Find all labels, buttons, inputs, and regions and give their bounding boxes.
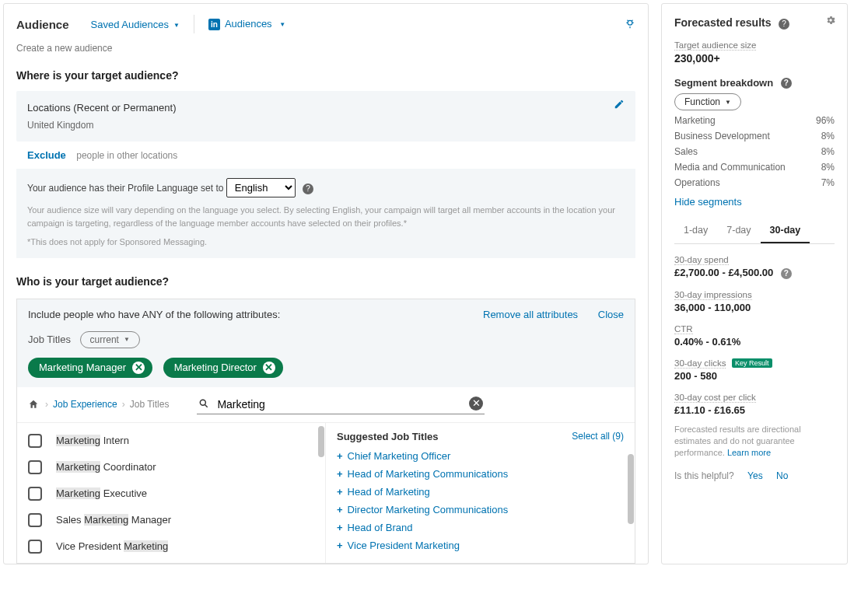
checkbox[interactable] [28, 434, 42, 448]
exclude-link[interactable]: Exclude [27, 149, 66, 161]
remove-all-link[interactable]: Remove all attributes [483, 309, 578, 320]
filter-label: Job Titles [28, 334, 71, 345]
forecast-title: Forecasted results [674, 16, 772, 29]
key-result-badge: Key Result [732, 358, 772, 368]
divider [194, 15, 194, 33]
list-item[interactable]: Sales Marketing Manager [17, 507, 325, 533]
help-icon[interactable]: ? [779, 19, 789, 30]
segment-heading: Segment breakdown [674, 77, 773, 89]
home-icon[interactable] [28, 398, 39, 411]
tab-1day[interactable]: 1-day [674, 218, 717, 243]
filter-mode-pill[interactable]: current▼ [80, 331, 140, 348]
suggestion-item[interactable]: +Head of Marketing [337, 483, 624, 501]
segment-row: Business Development8% [674, 131, 835, 142]
forecast-panel: Forecasted results ? Target audience siz… [661, 3, 848, 564]
where-heading: Where is your target audience? [4, 63, 648, 88]
forecast-tabs: 1-day 7-day 30-day [674, 218, 835, 244]
plus-icon: + [337, 468, 343, 480]
hide-segments-link[interactable]: Hide segments [674, 196, 835, 208]
language-select[interactable]: English [226, 178, 296, 197]
tag-marketing-director[interactable]: Marketing Director✕ [163, 358, 283, 378]
learn-more-link[interactable]: Learn more [727, 448, 771, 457]
scrollbar[interactable] [318, 426, 324, 457]
breadcrumb-job-experience[interactable]: Job Experience [53, 399, 117, 410]
header: Audience Saved Audiences inAudiences [4, 4, 648, 40]
svg-line-4 [628, 20, 628, 21]
linkedin-icon: in [208, 19, 220, 30]
include-text: Include people who have ANY of the follo… [28, 309, 280, 320]
list-item[interactable]: Marketing Executive [17, 480, 325, 507]
audience-size-label: Target audience size [674, 40, 756, 51]
results-list: Marketing Intern Marketing Coordinator M… [17, 423, 326, 563]
breadcrumb-job-titles: Job Titles [130, 399, 170, 410]
suggestion-item[interactable]: +Head of Brand [337, 519, 624, 536]
scrollbar[interactable] [628, 454, 634, 524]
segment-row: Sales8% [674, 146, 835, 157]
gear-icon[interactable] [825, 15, 836, 26]
cpc-label: 30-day cost per click [674, 393, 756, 403]
tab-30day[interactable]: 30-day [761, 218, 810, 243]
impressions-label: 30-day impressions [674, 290, 752, 300]
checkbox[interactable] [28, 460, 42, 474]
segment-select[interactable]: Function▼ [674, 93, 741, 110]
cpc-value: £11.10 - £16.65 [674, 404, 835, 416]
remove-tag-icon[interactable]: ✕ [132, 362, 145, 374]
lang-note2: *This does not apply for Sponsored Messa… [27, 236, 625, 249]
clear-search-icon[interactable]: ✕ [469, 397, 483, 411]
saved-audiences-dropdown[interactable]: Saved Audiences [91, 19, 180, 30]
suggestions-title: Suggested Job Titles [337, 431, 439, 442]
suggestion-item[interactable]: +Vice President Marketing [337, 536, 624, 554]
who-heading: Who is your target audience? [4, 269, 648, 294]
create-audience-link[interactable]: Create a new audience [4, 40, 648, 63]
spend-label: 30-day spend [674, 255, 729, 265]
suggestion-item[interactable]: +Director Marketing Communications [337, 501, 624, 519]
search-input[interactable] [197, 395, 485, 414]
search-icon [198, 398, 209, 410]
help-icon[interactable]: ? [781, 268, 792, 279]
suggestion-item[interactable]: +Chief Marketing Officer [337, 447, 624, 465]
segment-row: Marketing96% [674, 115, 835, 126]
exclude-line: Exclude people in other locations [4, 149, 648, 169]
locations-value: United Kingdom [27, 120, 625, 131]
help-icon[interactable]: ? [781, 78, 792, 89]
plus-icon: + [337, 450, 343, 462]
audience-size: 230,000+ [674, 52, 835, 65]
segment-row: Media and Communication8% [674, 162, 835, 173]
checkbox[interactable] [28, 487, 42, 501]
checkbox[interactable] [28, 540, 42, 554]
lightbulb-icon[interactable] [625, 17, 635, 31]
language-box: Your audience has their Profile Language… [16, 169, 635, 258]
list-item[interactable]: Marketing Intern [17, 428, 325, 454]
locations-box[interactable]: Locations (Recent or Permanent) United K… [16, 91, 635, 142]
impressions-value: 36,000 - 110,000 [674, 302, 835, 313]
attributes-box: Include people who have ANY of the follo… [16, 299, 635, 564]
tab-7day[interactable]: 7-day [717, 218, 760, 243]
suggestion-item[interactable]: +Head of Marketing Communications [337, 465, 624, 483]
checkbox[interactable] [28, 513, 42, 527]
plus-icon: + [337, 522, 343, 533]
select-all-link[interactable]: Select all (9) [572, 431, 624, 442]
svg-point-6 [201, 400, 206, 405]
list-item[interactable]: Vice President Marketing [17, 533, 325, 560]
svg-line-7 [205, 404, 208, 407]
remove-tag-icon[interactable]: ✕ [263, 362, 275, 374]
helpful-yes[interactable]: Yes [747, 470, 763, 481]
plus-icon: + [337, 504, 343, 515]
help-icon[interactable]: ? [303, 183, 313, 194]
lang-note1: Your audience size will vary depending o… [27, 204, 625, 229]
exclude-text: people in other locations [76, 150, 177, 161]
results-area: Marketing Intern Marketing Coordinator M… [17, 423, 635, 563]
audiences-dropdown[interactable]: inAudiences [208, 18, 285, 30]
close-link[interactable]: Close [598, 309, 624, 320]
search-wrap: ✕ [197, 395, 485, 414]
tag-marketing-manager[interactable]: Marketing Manager✕ [28, 358, 152, 378]
clicks-value: 200 - 580 [674, 370, 835, 382]
locations-title: Locations (Recent or Permanent) [27, 102, 625, 114]
list-item[interactable]: Marketing Coordinator [17, 454, 325, 480]
attributes-head: Include people who have ANY of the follo… [17, 299, 635, 387]
ctr-label: CTR [674, 324, 693, 334]
helpful-no[interactable]: No [776, 470, 788, 481]
spend-value: £2,700.00 - £4,500.00 ? [674, 267, 835, 279]
edit-icon[interactable] [614, 99, 625, 110]
plus-icon: + [337, 486, 343, 498]
